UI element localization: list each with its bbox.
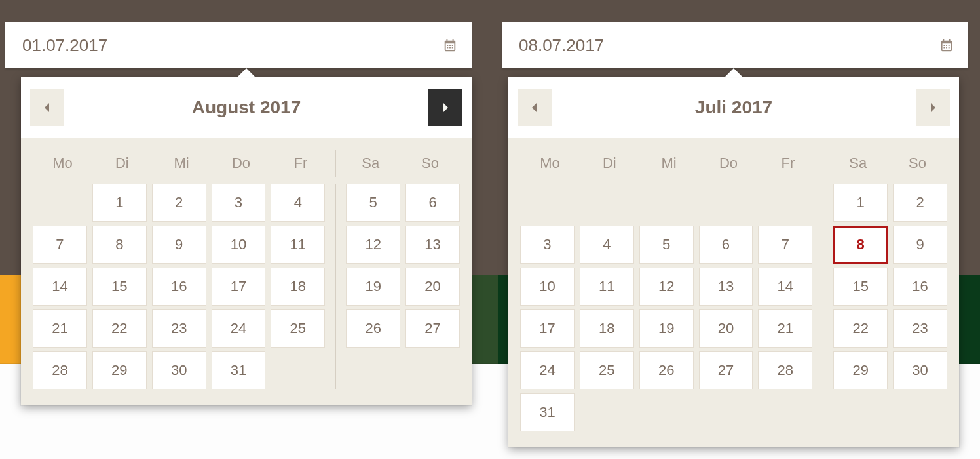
day-cell[interactable]: 6 (699, 226, 753, 264)
day-cell[interactable]: 19 (639, 309, 694, 348)
day-cell[interactable]: 15 (92, 268, 147, 306)
day-cell[interactable]: 3 (212, 184, 266, 222)
day-empty (758, 184, 812, 222)
weekday-label: Mi (639, 150, 699, 177)
popover-arrow (237, 68, 255, 77)
weekday-label: Sa (828, 150, 888, 177)
day-cell[interactable]: 10 (520, 268, 575, 306)
weekend-divider (823, 184, 823, 431)
day-cell[interactable]: 9 (152, 226, 206, 264)
day-cell[interactable]: 6 (405, 184, 460, 222)
day-cell[interactable]: 31 (212, 351, 266, 389)
day-cell[interactable]: 28 (758, 351, 812, 389)
next-month-button[interactable] (916, 89, 950, 126)
weekday-label: Fr (271, 150, 330, 177)
day-cell[interactable]: 5 (639, 226, 694, 264)
day-cell[interactable]: 30 (893, 351, 947, 389)
weekday-label: So (400, 150, 460, 177)
start-date-value: 01.07.2017 (22, 35, 443, 56)
day-empty (699, 184, 753, 222)
day-cell[interactable]: 20 (699, 309, 753, 348)
day-cell[interactable]: 24 (212, 309, 266, 348)
day-cell[interactable]: 14 (33, 268, 87, 306)
weekday-label: So (888, 150, 947, 177)
day-cell[interactable]: 19 (346, 268, 400, 306)
month-title: Juli 2017 (552, 97, 916, 118)
day-cell[interactable]: 1 (833, 184, 888, 222)
day-cell[interactable]: 14 (758, 268, 812, 306)
prev-month-button[interactable] (518, 89, 552, 126)
weekend-divider (335, 184, 336, 389)
day-cell[interactable]: 29 (92, 351, 147, 389)
prev-month-button[interactable] (30, 89, 64, 126)
day-cell[interactable]: 2 (893, 184, 947, 222)
day-empty (520, 184, 575, 222)
day-cell[interactable]: 22 (92, 309, 147, 348)
day-cell[interactable]: 8 (92, 226, 147, 264)
calendar-icon (939, 38, 954, 52)
day-cell[interactable]: 30 (152, 351, 206, 389)
day-cell[interactable]: 13 (405, 226, 460, 264)
weekday-row: Mo Di Mi Do Fr Sa So (33, 150, 460, 177)
day-cell[interactable]: 12 (346, 226, 400, 264)
weekend-divider (335, 150, 336, 177)
day-cell[interactable]: 16 (152, 268, 206, 306)
day-cell[interactable]: 20 (405, 268, 460, 306)
end-date-value: 08.07.2017 (519, 35, 939, 56)
weekday-label: Sa (341, 150, 400, 177)
day-cell[interactable]: 29 (833, 351, 888, 389)
day-cell[interactable]: 12 (639, 268, 694, 306)
day-cell[interactable]: 31 (520, 393, 575, 431)
day-cell[interactable]: 18 (580, 309, 634, 348)
day-cell[interactable]: 13 (699, 268, 753, 306)
day-cell[interactable]: 26 (639, 351, 694, 389)
weekday-row: Mo Di Mi Do Fr Sa So (520, 150, 947, 177)
day-grid: 1234567891011121314151617181920212223242… (33, 184, 460, 389)
weekday-label: Fr (758, 150, 818, 177)
day-cell[interactable]: 7 (33, 226, 87, 264)
day-empty (580, 184, 634, 222)
day-cell[interactable]: 21 (33, 309, 87, 348)
day-cell[interactable]: 28 (33, 351, 87, 389)
start-date-field[interactable]: 01.07.2017 (5, 22, 472, 68)
end-date-field[interactable]: 08.07.2017 (502, 22, 968, 68)
day-cell[interactable]: 26 (346, 309, 400, 348)
calendar-header: August 2017 (21, 77, 472, 138)
day-cell[interactable]: 1 (92, 184, 147, 222)
day-cell[interactable]: 3 (520, 226, 575, 264)
day-cell[interactable]: 23 (893, 309, 947, 348)
day-cell[interactable]: 10 (212, 226, 266, 264)
day-cell[interactable]: 11 (580, 268, 634, 306)
day-cell[interactable]: 27 (699, 351, 753, 389)
day-cell[interactable]: 4 (271, 184, 325, 222)
day-cell[interactable]: 8 (833, 226, 888, 264)
day-cell[interactable]: 15 (833, 268, 888, 306)
day-cell[interactable]: 2 (152, 184, 206, 222)
day-cell[interactable]: 22 (833, 309, 888, 348)
day-cell[interactable]: 24 (520, 351, 575, 389)
day-cell[interactable]: 18 (271, 268, 325, 306)
day-cell[interactable]: 25 (580, 351, 634, 389)
day-empty (639, 184, 694, 222)
day-cell[interactable]: 23 (152, 309, 206, 348)
weekday-label: Mi (152, 150, 212, 177)
day-cell[interactable]: 5 (346, 184, 400, 222)
day-cell[interactable]: 7 (758, 226, 812, 264)
day-cell[interactable]: 27 (405, 309, 460, 348)
day-cell[interactable]: 4 (580, 226, 634, 264)
day-cell[interactable]: 16 (893, 268, 947, 306)
end-date-calendar: Juli 2017 Mo Di Mi Do Fr Sa So 123456789… (508, 77, 959, 447)
weekday-label: Di (92, 150, 152, 177)
day-cell[interactable]: 17 (520, 309, 575, 348)
start-date-calendar: August 2017 Mo Di Mi Do Fr Sa So 1234567… (21, 77, 472, 405)
next-month-button[interactable] (428, 89, 462, 126)
weekday-label: Mo (520, 150, 580, 177)
day-cell[interactable]: 21 (758, 309, 812, 348)
weekday-label: Do (699, 150, 759, 177)
calendar-header: Juli 2017 (508, 77, 959, 138)
day-cell[interactable]: 17 (212, 268, 266, 306)
day-cell[interactable]: 11 (271, 226, 325, 264)
day-cell[interactable]: 25 (271, 309, 325, 348)
day-empty (33, 184, 87, 222)
day-cell[interactable]: 9 (893, 226, 947, 264)
